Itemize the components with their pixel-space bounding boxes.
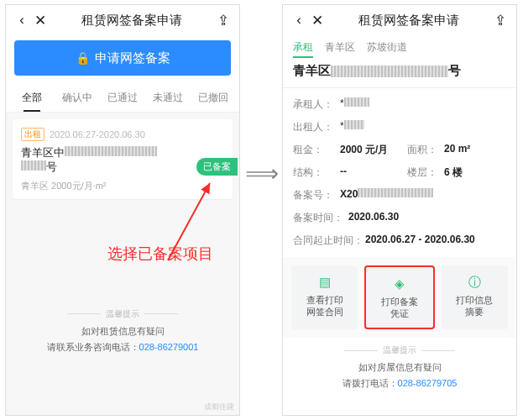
header: ‹ ✕ 租赁网签备案申请 ⇪ bbox=[6, 5, 239, 35]
tab-all[interactable]: 全部 bbox=[9, 84, 55, 112]
footer-tip: 温馨提示 如对房屋信息有疑问 请拨打电话：028-86279705 bbox=[283, 344, 516, 390]
crumb-district[interactable]: 青羊区 bbox=[325, 40, 355, 55]
sub-info: 青羊区 2000元/月·m² bbox=[21, 180, 224, 192]
page-title: 租赁网签备案申请 bbox=[327, 13, 491, 29]
back-icon[interactable]: ‹ bbox=[290, 12, 308, 29]
apply-button-label: 申请网签备案 bbox=[95, 50, 170, 66]
info-block: 承租人：* 出租人：* 租金：2000 元/月 面积：20 m² 结构：-- 楼… bbox=[283, 88, 516, 257]
header: ‹ ✕ 租赁网签备案申请 ⇪ bbox=[283, 5, 516, 35]
doc-icon: ▤ bbox=[293, 274, 356, 291]
crumb-street[interactable]: 苏坡街道 bbox=[367, 40, 407, 55]
page-title: 租赁网签备案申请 bbox=[50, 13, 214, 29]
action-print-summary[interactable]: ⓘ打印信息 摘要 bbox=[442, 265, 508, 329]
back-icon[interactable]: ‹ bbox=[13, 12, 31, 29]
tab-failed[interactable]: 未通过 bbox=[145, 84, 191, 112]
watermark: 成都住建 bbox=[204, 402, 234, 412]
tab-confirming[interactable]: 确认中 bbox=[55, 84, 100, 112]
close-icon[interactable]: ✕ bbox=[31, 12, 50, 29]
phone-link[interactable]: 028-86279001 bbox=[139, 342, 199, 352]
status-tabs: 全部 确认中 已通过 未通过 已撤回 bbox=[6, 84, 239, 113]
phone-screen-detail: ‹ ✕ 租赁网签备案申请 ⇪ 承租 青羊区 苏坡街道 青羊区号 承租人：* 出租… bbox=[282, 4, 517, 416]
list-area: 出租 2020.06.27-2020.06.30 青羊区中 号 青羊区 2000… bbox=[6, 113, 239, 415]
detail-address: 青羊区号 bbox=[283, 58, 516, 88]
cert-icon: ◈ bbox=[368, 276, 431, 292]
tab-withdrawn[interactable]: 已撤回 bbox=[191, 84, 236, 112]
info-icon: ⓘ bbox=[443, 274, 506, 291]
rent-tag: 出租 bbox=[21, 128, 44, 141]
crumb-tenant[interactable]: 承租 bbox=[293, 40, 313, 55]
breadcrumb: 承租 青羊区 苏坡街道 bbox=[283, 35, 516, 58]
action-print-contract[interactable]: ▤查看打印 网签合同 bbox=[291, 265, 358, 329]
flow-arrow-icon: ⟹ bbox=[245, 160, 279, 187]
record-card[interactable]: 出租 2020.06.27-2020.06.30 青羊区中 号 青羊区 2000… bbox=[13, 119, 233, 199]
close-icon[interactable]: ✕ bbox=[308, 12, 327, 29]
date-range: 2020.06.27-2020.06.30 bbox=[50, 129, 145, 139]
apply-button[interactable]: 🔒 申请网签备案 bbox=[14, 40, 231, 76]
tab-passed[interactable]: 已通过 bbox=[100, 84, 145, 112]
action-row: ▤查看打印 网签合同 ◈打印备案 凭证 ⓘ打印信息 摘要 bbox=[283, 257, 516, 338]
share-icon[interactable]: ⇪ bbox=[214, 12, 233, 29]
address: 青羊区中 号 bbox=[21, 146, 224, 175]
lock-icon: 🔒 bbox=[76, 51, 90, 65]
phone-screen-list: ‹ ✕ 租赁网签备案申请 ⇪ 🔒 申请网签备案 全部 确认中 已通过 未通过 已… bbox=[5, 4, 240, 416]
filed-badge: 已备案 bbox=[196, 158, 238, 176]
action-print-certificate[interactable]: ◈打印备案 凭证 bbox=[364, 265, 434, 329]
footer-tip: 温馨提示 如对租赁信息有疑问 请联系业务咨询电话：028-86279001 bbox=[13, 308, 233, 354]
share-icon[interactable]: ⇪ bbox=[491, 12, 510, 29]
phone-link[interactable]: 028-86279705 bbox=[398, 378, 458, 388]
